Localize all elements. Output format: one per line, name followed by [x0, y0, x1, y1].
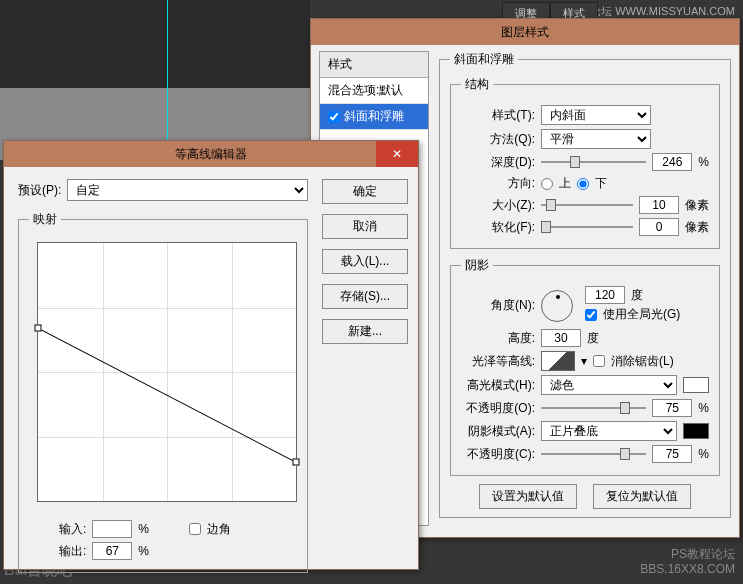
size-input[interactable] — [639, 196, 679, 214]
highlight-color-swatch[interactable] — [683, 377, 709, 393]
direction-up-radio[interactable] — [541, 178, 553, 190]
svg-line-0 — [38, 328, 296, 462]
shadow-mode-label: 阴影模式(A): — [461, 423, 535, 440]
shadow-opacity-slider[interactable] — [541, 447, 646, 461]
blend-options-item[interactable]: 混合选项:默认 — [320, 78, 428, 104]
angle-wheel[interactable] — [541, 290, 573, 322]
bevel-group: 斜面和浮雕 结构 样式(T): 内斜面 方法(Q): 平滑 深度(D): — [439, 51, 731, 518]
style-select[interactable]: 内斜面 — [541, 105, 651, 125]
mapping-group: 映射 输入: % 边角 — [18, 211, 308, 573]
gloss-label: 光泽等高线: — [461, 353, 535, 370]
highlight-opacity-input[interactable] — [652, 399, 692, 417]
depth-label: 深度(D): — [461, 154, 535, 171]
altitude-label: 高度: — [461, 330, 535, 347]
bevel-checkbox[interactable] — [328, 111, 340, 123]
reset-default-button[interactable]: 复位为默认值 — [593, 484, 691, 509]
altitude-input[interactable] — [541, 329, 581, 347]
angle-input[interactable] — [585, 286, 625, 304]
corner-checkbox[interactable] — [189, 523, 201, 535]
bevel-emboss-item[interactable]: 斜面和浮雕 — [320, 104, 428, 130]
contour-editor-dialog: 等高线编辑器 ✕ 预设(P): 自定 映射 输 — [3, 140, 419, 570]
shading-group: 阴影 角度(N): 度 使用全局光(G) — [450, 257, 720, 476]
contour-titlebar[interactable]: 等高线编辑器 ✕ — [4, 141, 418, 167]
make-default-button[interactable]: 设置为默认值 — [479, 484, 577, 509]
depth-input[interactable] — [652, 153, 692, 171]
load-button[interactable]: 载入(L)... — [322, 249, 408, 274]
direction-down-radio[interactable] — [577, 178, 589, 190]
output-label: 输出: — [59, 543, 86, 560]
curve-handle[interactable] — [35, 325, 42, 332]
layer-style-title: 图层样式 — [501, 24, 549, 41]
preset-label: 预设(P): — [18, 182, 61, 199]
new-button[interactable]: 新建... — [322, 319, 408, 344]
global-light-checkbox[interactable] — [585, 309, 597, 321]
soften-input[interactable] — [639, 218, 679, 236]
close-icon: ✕ — [392, 147, 402, 161]
style-label: 样式(T): — [461, 107, 535, 124]
soften-slider[interactable] — [541, 220, 633, 234]
curve-handle[interactable] — [293, 459, 300, 466]
shadow-color-swatch[interactable] — [683, 423, 709, 439]
depth-slider[interactable] — [541, 155, 646, 169]
highlight-opacity-label: 不透明度(O): — [461, 400, 535, 417]
watermark-ps: PS教程论坛 BBS.16XX8.COM — [640, 547, 735, 578]
save-button[interactable]: 存储(S)... — [322, 284, 408, 309]
technique-label: 方法(Q): — [461, 131, 535, 148]
technique-select[interactable]: 平滑 — [541, 129, 651, 149]
ok-button[interactable]: 确定 — [322, 179, 408, 204]
highlight-opacity-slider[interactable] — [541, 401, 646, 415]
close-button[interactable]: ✕ — [376, 141, 418, 167]
preset-select[interactable]: 自定 — [67, 179, 308, 201]
dropdown-icon[interactable]: ▾ — [581, 354, 587, 368]
angle-label: 角度(N): — [461, 297, 535, 314]
soften-label: 软化(F): — [461, 219, 535, 236]
shadow-opacity-label: 不透明度(C): — [461, 446, 535, 463]
size-label: 大小(Z): — [461, 197, 535, 214]
curve-canvas[interactable] — [37, 242, 297, 502]
direction-label: 方向: — [461, 175, 535, 192]
size-slider[interactable] — [541, 198, 633, 212]
shadow-opacity-input[interactable] — [652, 445, 692, 463]
layer-style-titlebar[interactable]: 图层样式 — [311, 19, 739, 45]
bevel-legend: 斜面和浮雕 — [450, 51, 518, 68]
output-field[interactable] — [92, 542, 132, 560]
input-label: 输入: — [59, 521, 86, 538]
highlight-mode-label: 高光模式(H): — [461, 377, 535, 394]
contour-title: 等高线编辑器 — [175, 146, 247, 163]
input-field[interactable] — [92, 520, 132, 538]
highlight-mode-select[interactable]: 滤色 — [541, 375, 677, 395]
antialias-checkbox[interactable] — [593, 355, 605, 367]
cancel-button[interactable]: 取消 — [322, 214, 408, 239]
structure-group: 结构 样式(T): 内斜面 方法(Q): 平滑 深度(D): % — [450, 76, 720, 249]
shadow-mode-select[interactable]: 正片叠底 — [541, 421, 677, 441]
gloss-contour-swatch[interactable] — [541, 351, 575, 371]
styles-header[interactable]: 样式 — [320, 52, 428, 78]
